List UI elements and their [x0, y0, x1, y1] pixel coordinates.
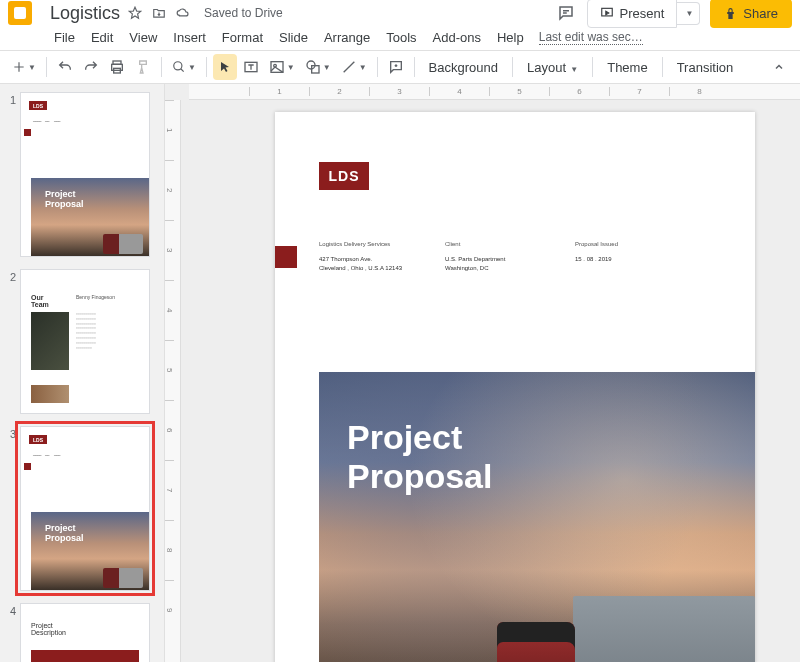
menu-view[interactable]: View: [122, 26, 164, 49]
theme-button[interactable]: Theme: [599, 60, 655, 75]
photo: [31, 312, 69, 370]
separator: [512, 57, 513, 77]
menu-arrange[interactable]: Arrange: [317, 26, 377, 49]
company-info[interactable]: Logistics Delivery Services 427 Thompson…: [319, 240, 402, 273]
separator: [592, 57, 593, 77]
separator: [662, 57, 663, 77]
client-info[interactable]: Client U.S. Parts Department Washington,…: [445, 240, 505, 273]
photo: [31, 385, 69, 403]
truck-cab: [497, 622, 575, 662]
image-button[interactable]: ▼: [265, 54, 299, 80]
hero-image: ProjectProposal: [31, 512, 149, 590]
print-button[interactable]: [105, 54, 129, 80]
truck-icon: [103, 568, 143, 588]
slide-thumb-1[interactable]: LDS ━━━━ ━━ ━━━ ProjectProposal: [20, 92, 150, 257]
separator: [377, 57, 378, 77]
menu-format[interactable]: Format: [215, 26, 270, 49]
menu-help[interactable]: Help: [490, 26, 531, 49]
cloud-icon: [176, 6, 190, 20]
truck-icon: [103, 234, 143, 254]
zoom-button[interactable]: ▼: [168, 54, 200, 80]
menu-file[interactable]: File: [47, 26, 82, 49]
doc-title[interactable]: Logistics: [50, 3, 120, 24]
accent-block: [24, 463, 31, 470]
slide-title[interactable]: ProjectProposal: [347, 418, 492, 496]
svg-rect-9: [311, 66, 318, 73]
redo-button[interactable]: [79, 54, 103, 80]
textbox-button[interactable]: [239, 54, 263, 80]
slide-thumb-3[interactable]: LDS ━━━━ ━━ ━━━ ProjectProposal: [20, 426, 150, 591]
date-info[interactable]: Proposal Issued 15 . 08 . 2019: [575, 240, 618, 264]
thumb-number: 1: [6, 92, 16, 265]
new-slide-button[interactable]: ▼: [8, 54, 40, 80]
vertical-ruler: 123456789: [165, 100, 181, 662]
transition-button[interactable]: Transition: [669, 60, 742, 75]
thumb-number: 4: [6, 603, 16, 662]
last-edit-link[interactable]: Last edit was sec…: [539, 30, 643, 45]
accent-block[interactable]: [275, 246, 297, 268]
logo-icon: LDS: [29, 435, 47, 444]
undo-button[interactable]: [53, 54, 77, 80]
menu-slide[interactable]: Slide: [272, 26, 315, 49]
paint-format-button[interactable]: [131, 54, 155, 80]
present-dropdown[interactable]: ▼: [677, 2, 700, 25]
slide-thumb-4[interactable]: ProjectDescription: [20, 603, 150, 662]
line-button[interactable]: ▼: [337, 54, 371, 80]
present-button[interactable]: Present: [587, 0, 678, 28]
background-button[interactable]: Background: [421, 60, 506, 75]
move-icon[interactable]: [152, 6, 166, 20]
separator: [161, 57, 162, 77]
thumb-number: 2: [6, 269, 16, 422]
menu-edit[interactable]: Edit: [84, 26, 120, 49]
slide-panel[interactable]: 1 LDS ━━━━ ━━ ━━━ ProjectProposal 2 OurT…: [0, 84, 165, 662]
hero-image: ProjectProposal: [31, 178, 149, 256]
thumb-heading: OurTeam: [31, 294, 49, 308]
star-icon[interactable]: [128, 6, 142, 20]
truck-trailer: [573, 596, 755, 662]
select-tool[interactable]: [213, 54, 237, 80]
separator: [206, 57, 207, 77]
slide-canvas[interactable]: LDS Logistics Delivery Services 427 Thom…: [275, 112, 755, 662]
layout-button[interactable]: Layout ▼: [519, 60, 586, 75]
separator: [46, 57, 47, 77]
horizontal-ruler: 12345678: [189, 84, 800, 100]
accent-block: [24, 129, 31, 136]
present-label: Present: [620, 6, 665, 21]
accent-bar: [31, 650, 139, 662]
logo[interactable]: LDS: [319, 162, 369, 190]
comment-button[interactable]: [384, 54, 408, 80]
save-status: Saved to Drive: [204, 6, 283, 20]
collapse-toolbar-icon[interactable]: [768, 54, 792, 80]
thumb-number: 3: [6, 426, 16, 599]
thumb-name: Benny Finogeson: [76, 294, 115, 300]
svg-point-4: [174, 62, 182, 70]
app-icon[interactable]: [8, 1, 32, 25]
paragraph: ━━━━━━━━━━━━━━━━━━━━━━━━━━━━━━━━━━━━━━━━…: [76, 312, 141, 350]
comments-icon[interactable]: [555, 2, 577, 24]
slide-thumb-2[interactable]: OurTeam Benny Finogeson ━━━━━━━━━━━━━━━━…: [20, 269, 150, 414]
logo-icon: LDS: [29, 101, 47, 110]
separator: [414, 57, 415, 77]
menu-tools[interactable]: Tools: [379, 26, 423, 49]
thumb-heading: ProjectDescription: [31, 622, 66, 636]
hero-image[interactable]: ProjectProposal: [319, 372, 755, 662]
shape-button[interactable]: ▼: [301, 54, 335, 80]
share-button[interactable]: Share: [710, 0, 792, 28]
share-label: Share: [743, 6, 778, 21]
canvas[interactable]: 12345678 123456789 LDS Logistics Deliver…: [165, 84, 800, 662]
menu-addons[interactable]: Add-ons: [426, 26, 488, 49]
menu-insert[interactable]: Insert: [166, 26, 213, 49]
